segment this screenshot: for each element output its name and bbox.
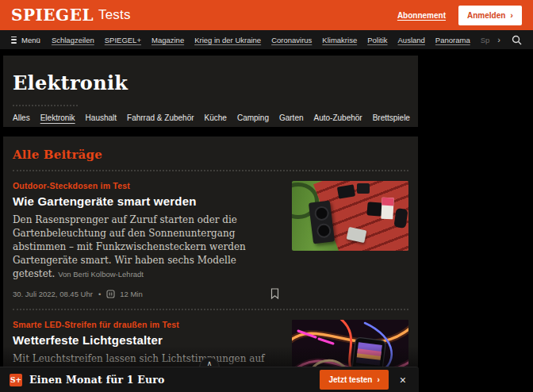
packaging-box-shape: [381, 198, 393, 220]
meta-separator-dot: •: [98, 290, 101, 298]
chevron-right-icon: ›: [510, 11, 513, 20]
nav-item-magazine[interactable]: Magazine: [151, 36, 184, 44]
audio-icon: [106, 290, 115, 298]
article-kicker[interactable]: Smarte LED-Streifen für draußen im Test: [13, 320, 279, 329]
nav-item-overflow-faded: Sp: [481, 36, 490, 44]
bookmark-icon[interactable]: [270, 288, 279, 299]
category-tabs: Alles Elektronik Haushalt Fahrrad & Zube…: [13, 113, 408, 124]
category-header-panel: Elektronik Alles Elektronik Haushalt Fah…: [3, 56, 418, 127]
page-title: Elektronik: [13, 71, 408, 94]
tab-auto-zubehoer[interactable]: Auto-Zubehör: [314, 113, 362, 124]
article-list-panel: Alle Beiträge Outdoor-Steckdosen im Test…: [3, 136, 418, 392]
login-button[interactable]: Anmelden ›: [458, 6, 522, 25]
article-title[interactable]: Wetterfeste Lichtgestalter: [13, 333, 279, 347]
article-read-time: 12 Min: [120, 290, 143, 298]
article-teaser-row[interactable]: Outdoor-Steckdosen im Test Wie Gartenger…: [13, 171, 408, 299]
nav-item-menu[interactable]: Menü: [21, 36, 40, 44]
topbar-actions: Abonnement Anmelden ›: [397, 6, 522, 25]
tab-fahrrad-zubehoer[interactable]: Fahrrad & Zubehör: [127, 113, 194, 124]
nav-scroll-chevron-icon[interactable]: ›: [497, 35, 500, 44]
article-author: Von Berti Kolbow-Lehradt: [58, 270, 144, 279]
banner-offer-text: Einen Monat für 1 Euro: [29, 374, 165, 386]
section-heading: Alle Beiträge: [13, 148, 408, 162]
article-kicker[interactable]: Outdoor-Steckdosen im Test: [13, 181, 279, 190]
spiegel-logo[interactable]: SPIEGEL: [11, 6, 94, 25]
close-icon[interactable]: ×: [400, 375, 406, 386]
nav-item-panorama[interactable]: Panorama: [435, 36, 470, 44]
tab-brettspiele[interactable]: Brettspiele: [373, 113, 410, 124]
nav-item-politik[interactable]: Politik: [367, 36, 387, 44]
cta-label: Jetzt testen: [328, 375, 372, 384]
main-navbar: Menü Schlagzeilen SPIEGEL+ Magazine Krie…: [0, 30, 533, 49]
search-icon[interactable]: [512, 35, 522, 45]
tab-kueche[interactable]: Küche: [205, 113, 227, 124]
nav-item-coronavirus[interactable]: Coronavirus: [271, 36, 312, 44]
article-teaser-text: Den Rasensprenger auf Zuruf starten oder…: [13, 213, 279, 281]
hamburger-menu-icon[interactable]: [11, 37, 17, 44]
nav-item-klimakrise[interactable]: Klimakrise: [322, 36, 357, 44]
smart-plug-shape: [357, 183, 370, 194]
top-header-bar: SPIEGEL Tests Abonnement Anmelden ›: [0, 0, 533, 30]
abonnement-link[interactable]: Abonnement: [397, 11, 446, 20]
tab-garten[interactable]: Garten: [279, 113, 304, 124]
dotted-divider: [13, 105, 78, 106]
login-button-label: Anmelden: [467, 11, 505, 20]
nav-item-ausland[interactable]: Ausland: [398, 36, 425, 44]
article-text-column: Outdoor-Steckdosen im Test Wie Gartenger…: [13, 181, 279, 299]
spiegel-plus-badge: S+: [10, 374, 22, 386]
nav-item-schlagzeilen[interactable]: Schlagzeilen: [52, 36, 94, 44]
article-date: 30. Juli 2022, 08.45 Uhr: [13, 290, 93, 298]
spiegel-tests-suffix: Tests: [98, 7, 131, 23]
tab-elektronik[interactable]: Elektronik: [40, 113, 75, 124]
article-thumbnail-garden-sockets[interactable]: [292, 181, 408, 251]
article-meta-row: 30. Juli 2022, 08.45 Uhr • 12 Min: [13, 281, 279, 299]
chevron-right-icon: ›: [377, 375, 379, 384]
jetzt-testen-button[interactable]: Jetzt testen ›: [320, 370, 388, 390]
subscription-banner: S+ Einen Monat für 1 Euro Jetzt testen ›…: [0, 367, 419, 392]
nav-item-spiegel-plus[interactable]: SPIEGEL+: [105, 36, 141, 44]
tab-camping[interactable]: Camping: [237, 113, 269, 124]
tab-haushalt[interactable]: Haushalt: [86, 113, 117, 124]
article-title[interactable]: Wie Gartengeräte smart werden: [13, 194, 279, 208]
nav-item-krieg-ukraine[interactable]: Krieg in der Ukraine: [194, 36, 261, 44]
tab-alles[interactable]: Alles: [13, 113, 30, 124]
